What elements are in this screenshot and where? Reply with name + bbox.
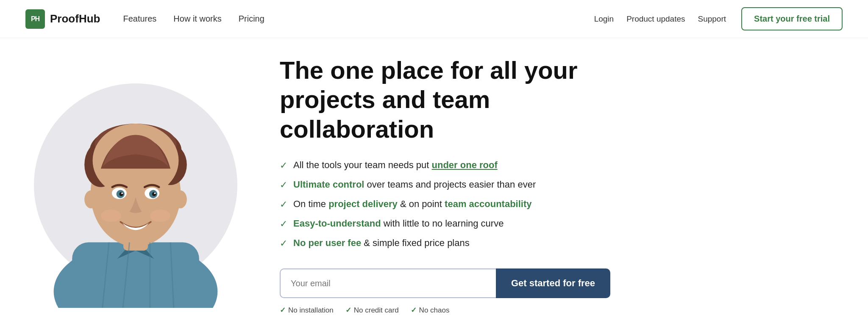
feature-item-2: ✓ Ultimate control over teams and projec…	[280, 178, 817, 192]
checkmark-icon-4: ✓	[280, 218, 287, 231]
header: PH ProofHub Features How it works Pricin…	[0, 0, 868, 38]
checkmark-icon-2: ✓	[280, 179, 287, 192]
start-trial-button[interactable]: Start your free trial	[741, 7, 843, 30]
highlight-5: No per user fee	[293, 238, 361, 248]
hero-image-container	[25, 45, 246, 325]
feature-item-5: ✓ No per user fee & simple fixed price p…	[280, 237, 817, 250]
hero-person	[45, 62, 227, 308]
nav-login[interactable]: Login	[594, 14, 614, 24]
feature-text-2: Ultimate control over teams and projects…	[293, 178, 536, 191]
feature-text-5: No per user fee & simple fixed price pla…	[293, 237, 470, 250]
feature-text-4: Easy-to-understand with little to no lea…	[293, 217, 504, 230]
assurance-no-chaos: ✓ No chaos	[411, 306, 450, 315]
assurance-label-2: No credit card	[354, 306, 399, 315]
header-right-links: Login Product updates Support	[594, 14, 726, 24]
nav-pricing[interactable]: Pricing	[233, 11, 270, 26]
svg-point-20	[84, 191, 97, 209]
assurance-no-installation: ✓ No installation	[280, 306, 334, 315]
form-assurances: ✓ No installation ✓ No credit card ✓ No …	[280, 306, 817, 315]
header-left: PH ProofHub Features How it works Pricin…	[25, 9, 270, 29]
logo[interactable]: PH ProofHub	[25, 9, 100, 29]
hero-title: The one place for all your projects and …	[280, 55, 627, 144]
hero-section: The one place for all your projects and …	[0, 38, 868, 332]
highlight-4: Easy-to-understand	[293, 218, 381, 229]
hero-content: The one place for all your projects and …	[246, 55, 843, 315]
logo-icon: PH	[25, 9, 45, 29]
svg-rect-1	[72, 242, 199, 308]
assurance-no-credit-card: ✓ No credit card	[345, 306, 399, 315]
assurance-check-1: ✓	[280, 306, 286, 315]
person-illustration	[45, 62, 227, 308]
feature-item-4: ✓ Easy-to-understand with little to no l…	[280, 217, 817, 231]
email-form: Get started for free	[280, 268, 610, 298]
highlight-2: Ultimate control	[293, 179, 364, 190]
svg-point-21	[174, 191, 187, 209]
svg-point-14	[119, 192, 123, 196]
nav-product-updates[interactable]: Product updates	[626, 14, 685, 24]
nav-support[interactable]: Support	[698, 14, 726, 24]
svg-point-16	[121, 192, 123, 194]
features-list: ✓ All the tools your team needs put unde…	[280, 159, 817, 250]
assurance-check-3: ✓	[411, 306, 417, 315]
feature-text-3: On time project delivery & on point team…	[293, 198, 531, 211]
feature-text-1: All the tools your team needs put under …	[293, 159, 498, 172]
checkmark-icon-3: ✓	[280, 198, 287, 211]
checkmark-icon-5: ✓	[280, 237, 287, 250]
header-right: Login Product updates Support Start your…	[594, 7, 843, 30]
nav-how-it-works[interactable]: How it works	[167, 11, 227, 26]
svg-point-18	[101, 210, 121, 222]
assurance-label-3: No chaos	[419, 306, 450, 315]
checkmark-icon-1: ✓	[280, 159, 287, 172]
email-input[interactable]	[280, 268, 496, 298]
feature-item-3: ✓ On time project delivery & on point te…	[280, 198, 817, 211]
nav-features[interactable]: Features	[117, 11, 162, 26]
logo-name: ProofHub	[50, 12, 100, 25]
svg-point-19	[150, 210, 170, 222]
svg-point-15	[152, 192, 156, 196]
feature-item-1: ✓ All the tools your team needs put unde…	[280, 159, 817, 172]
assurance-check-2: ✓	[345, 306, 351, 315]
highlight-1: under one roof	[432, 160, 498, 170]
highlight-3a: project delivery	[328, 199, 398, 209]
main-nav: Features How it works Pricing	[117, 11, 270, 26]
get-started-button[interactable]: Get started for free	[496, 268, 610, 298]
svg-point-17	[154, 192, 156, 194]
highlight-3b: team accountability	[445, 199, 531, 209]
assurance-label-1: No installation	[288, 306, 334, 315]
